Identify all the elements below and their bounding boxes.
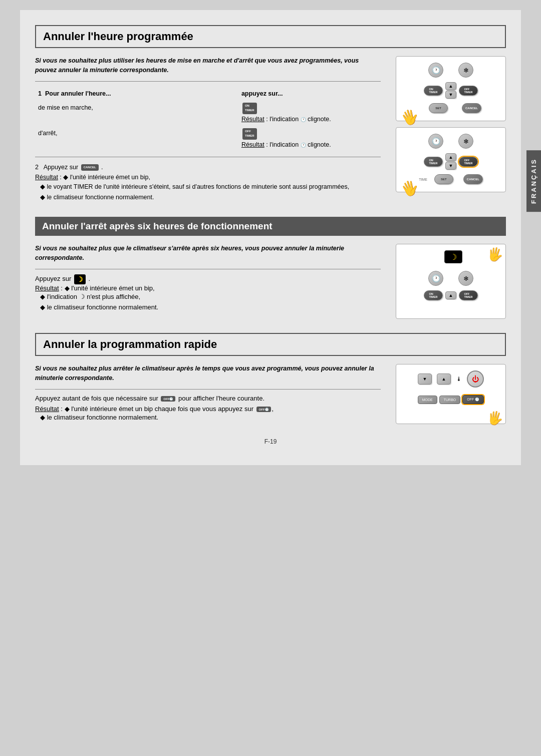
off-inline-btn-3b[interactable]: OFF🕐 bbox=[256, 407, 271, 412]
power-btn-4[interactable]: ⏻ bbox=[467, 370, 484, 388]
hand-icon-2: 🖐 bbox=[399, 178, 421, 199]
on-timer-btn-3[interactable]: ONTIMER bbox=[424, 290, 443, 300]
step-table-1: 1 Pour annuler l'heure... appuyez sur...… bbox=[35, 87, 381, 152]
remote-control-2: 🕐 ❄ ONTIMER ▲ ▼ OFFTIMER TIME bbox=[396, 127, 506, 192]
off-btn-4[interactable]: OFF 🕐 bbox=[462, 395, 484, 404]
section-3-text: Si vous ne souhaitez plus arrêter le cli… bbox=[35, 364, 386, 424]
section-3-title: Annuler la programmation rapide bbox=[35, 333, 506, 356]
down-arrow-2[interactable]: ▼ bbox=[445, 162, 456, 170]
step-1-label: 1 Pour annuler l'heure... bbox=[35, 87, 238, 101]
s2-bullet-1: l'indication ☽ n'est plus affichée, bbox=[40, 292, 381, 302]
step-1-action: appuyez sur... bbox=[238, 87, 381, 101]
temp-icon-4: 🌡 bbox=[456, 375, 462, 383]
s3-bullet-1: le climatiseur fonctionne normalement. bbox=[40, 413, 381, 423]
remote-control-4: ▼ ▲ 🌡 ⏻ MODE TURBO OFF 🕐 🖐 bbox=[396, 364, 506, 424]
moon-btn-3[interactable]: ☽ bbox=[444, 250, 462, 263]
section-1-images: 🕐 ❄ ONTIMER ▲ ▼ OFFTIMER SE bbox=[396, 56, 506, 203]
section-2-press: Appuyez sur ☽ . bbox=[35, 274, 381, 284]
time-label: TIME bbox=[419, 178, 427, 181]
step-2-bullets: le voyant TIMER de l'unité intérieure s'… bbox=[35, 182, 381, 202]
cancel-btn-2[interactable]: CANCEL bbox=[463, 174, 483, 184]
moon-inline-btn[interactable]: ☽ bbox=[74, 274, 86, 284]
step-1b-result: Résultat : l'indication 🕐 clignote. bbox=[241, 141, 331, 148]
up-arrow-3[interactable]: ▲ bbox=[445, 291, 456, 299]
section-2-text: Si vous ne souhaitez plus que le climati… bbox=[35, 244, 386, 319]
bullet-1: le voyant TIMER de l'unité intérieure s'… bbox=[40, 182, 381, 192]
arrow-btns-2: ▲ ▼ bbox=[445, 153, 456, 170]
section-1: Annuler l'heure programmée Si vous ne so… bbox=[35, 25, 506, 203]
step-2: 2 Appuyez sur CANCEL . Résultat : ◆ l'un… bbox=[35, 162, 381, 202]
section-3-bullets: le climatiseur fonctionne normalement. bbox=[35, 413, 381, 423]
section-2-title: Annuler l'arrêt après six heures de fonc… bbox=[35, 217, 506, 236]
s2-bullet-2: le climatiseur fonctionne normalement. bbox=[40, 302, 381, 312]
section-3: Annuler la programmation rapide Si vous … bbox=[35, 333, 506, 424]
step-1b-btn: OFFTIMER Résultat : l'indication 🕐 clign… bbox=[238, 126, 381, 152]
section-2-intro: Si vous ne souhaitez plus que le climati… bbox=[35, 244, 381, 263]
up-arrow-2[interactable]: ▲ bbox=[445, 153, 456, 161]
section-1-intro: Si vous ne souhaitez plus utiliser les h… bbox=[35, 56, 381, 75]
section-3-image: ▼ ▲ 🌡 ⏻ MODE TURBO OFF 🕐 🖐 bbox=[396, 364, 506, 424]
off-timer-btn-2[interactable]: OFFTIMER bbox=[459, 157, 478, 167]
hand-icon-1: 🖐 bbox=[399, 107, 421, 128]
remote-control-1: 🕐 ❄ ONTIMER ▲ ▼ OFFTIMER SE bbox=[396, 56, 506, 121]
page-container: Annuler l'heure programmée Si vous ne so… bbox=[20, 10, 521, 465]
off-timer-inline-btn[interactable]: OFFTIMER bbox=[242, 128, 257, 140]
off-timer-btn-1[interactable]: OFFTIMER bbox=[459, 86, 478, 96]
step-1a-result: Résultat : l'indication 🕐 clignote. bbox=[241, 116, 331, 123]
clock-btn-2[interactable]: 🕐 bbox=[428, 134, 443, 149]
hand-icon-4: 🖐 bbox=[486, 410, 504, 428]
fan-btn-2[interactable]: ❄ bbox=[458, 134, 473, 149]
section-2: Annuler l'arrêt après six heures de fonc… bbox=[35, 217, 506, 319]
section-2-image: ☽ 🕐 ❄ ONTIMER ▲ OFFTIMER bbox=[396, 244, 506, 319]
down-arrow-1[interactable]: ▼ bbox=[445, 91, 456, 99]
set-btn-1[interactable]: SET bbox=[429, 103, 448, 113]
set-btn-2[interactable]: SET bbox=[434, 174, 453, 184]
on-timer-inline-btn[interactable]: ONTIMER bbox=[242, 103, 257, 114]
step-1a-btn: ONTIMER Résultat : l'indication 🕐 cligno… bbox=[238, 101, 381, 126]
hand-icon-3: 🖐 bbox=[486, 246, 504, 264]
cancel-btn-1[interactable]: CANCEL bbox=[462, 103, 481, 113]
remote-control-3: ☽ 🕐 ❄ ONTIMER ▲ OFFTIMER bbox=[396, 244, 506, 319]
fan-btn-3[interactable]: ❄ bbox=[458, 271, 473, 286]
step-1a-text: de mise en marche, bbox=[35, 101, 238, 126]
section-2-result-label: Résultat : ◆ l'unité intérieure émet un … bbox=[35, 284, 381, 292]
mode-btn-4[interactable]: MODE bbox=[418, 396, 437, 404]
turbo-btn-4[interactable]: TURBO bbox=[439, 396, 461, 404]
section-3-press: Appuyez autant de fois que nécessaire su… bbox=[35, 395, 381, 402]
up-arrow-4[interactable]: ▲ bbox=[437, 373, 451, 385]
sidebar-français: FRANÇAIS bbox=[526, 150, 541, 212]
page-number: F-19 bbox=[35, 438, 506, 445]
fan-btn-1[interactable]: ❄ bbox=[458, 63, 473, 78]
down-arrow-4[interactable]: ▼ bbox=[418, 373, 432, 385]
off-timer-btn-3[interactable]: OFFTIMER bbox=[459, 290, 478, 300]
arrow-btns-3: ▲ bbox=[445, 291, 456, 299]
step-1b-text: d'arrêt, bbox=[35, 126, 238, 152]
on-timer-btn-1[interactable]: ONTIMER bbox=[424, 86, 443, 96]
arrow-btns-1: ▲ ▼ bbox=[445, 82, 456, 99]
section-3-result: Résultat : ◆ l'unité intérieure émet un … bbox=[35, 405, 381, 413]
clock-btn-1[interactable]: 🕐 bbox=[428, 63, 443, 78]
cancel-inline-btn[interactable]: CANCEL bbox=[81, 164, 99, 171]
bullet-2: le climatiseur fonctionne normalement. bbox=[40, 193, 381, 202]
section-1-title: Annuler l'heure programmée bbox=[35, 25, 506, 48]
on-timer-btn-2[interactable]: ONTIMER bbox=[424, 157, 443, 167]
up-arrow-1[interactable]: ▲ bbox=[445, 82, 456, 90]
clock-btn-3[interactable]: 🕐 bbox=[428, 271, 443, 286]
section-3-intro: Si vous ne souhaitez plus arrêter le cli… bbox=[35, 364, 381, 383]
section-1-text: Si vous ne souhaitez plus utiliser les h… bbox=[35, 56, 386, 203]
section-2-bullets: l'indication ☽ n'est plus affichée, le c… bbox=[35, 292, 381, 312]
off-inline-btn-3[interactable]: OFF🕐 bbox=[161, 396, 175, 402]
